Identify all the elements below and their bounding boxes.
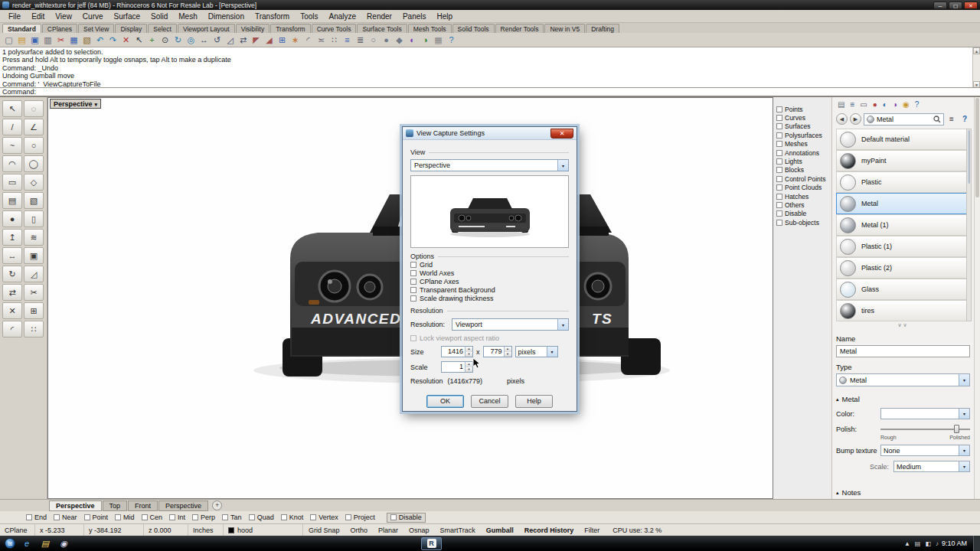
filter-item[interactable]: Lights: [776, 157, 830, 165]
status-toggle[interactable]: Record History: [519, 527, 580, 534]
save-icon[interactable]: ▣: [28, 34, 41, 47]
filter-item[interactable]: Others: [776, 201, 830, 209]
osnap-toggle[interactable]: Cen: [142, 514, 163, 521]
toolbar-tab[interactable]: Curve Tools: [312, 24, 357, 33]
osnap-toggle[interactable]: Perp: [192, 514, 215, 521]
size-height-spinner[interactable]: 779 ▲▼: [483, 346, 512, 357]
viewport-tab[interactable]: Top: [103, 500, 128, 511]
surface-icon[interactable]: ▤: [2, 192, 22, 209]
bump-scale-dropdown[interactable]: Medium ▾: [893, 461, 970, 472]
filter-checkbox[interactable]: [776, 176, 782, 182]
metal-section-header[interactable]: ▴ Metal: [836, 395, 970, 403]
command-history[interactable]: 1 polysurface added to selection.Press a…: [0, 47, 980, 88]
osnap-checkbox[interactable]: [115, 514, 121, 520]
filter-checkbox[interactable]: [776, 123, 782, 129]
filter-checkbox[interactable]: [776, 106, 782, 112]
rendering-panel-icon[interactable]: ◑: [893, 100, 897, 109]
curve-icon[interactable]: ~: [2, 137, 22, 154]
environment-panel-icon[interactable]: ◐: [883, 100, 887, 109]
menu-item[interactable]: Tools: [295, 11, 323, 21]
filter-checkbox[interactable]: [776, 115, 782, 121]
option-checkbox[interactable]: [410, 262, 416, 268]
filter-checkbox[interactable]: [776, 132, 782, 139]
toolbar-tab[interactable]: Render Tools: [495, 24, 544, 33]
myPaint[interactable]: myPaint: [836, 150, 970, 171]
join-icon[interactable]: ⊞: [276, 34, 289, 47]
status-toggle[interactable]: SmartTrack: [435, 527, 481, 534]
size-width-value[interactable]: 1416: [442, 347, 465, 357]
size-units-dropdown[interactable]: pixels ▾: [515, 346, 558, 357]
layers-icon[interactable]: ≡: [341, 34, 354, 47]
size-width-spinner[interactable]: 1416 ▲▼: [441, 346, 473, 357]
menu-item[interactable]: Render: [361, 11, 397, 21]
show-hidden-icons-icon[interactable]: ▲: [904, 540, 910, 547]
hide-icon[interactable]: ○: [367, 34, 380, 47]
filter-checkbox[interactable]: [776, 184, 782, 191]
filter-checkbox[interactable]: [776, 158, 782, 165]
rectangle-icon[interactable]: ▭: [2, 174, 22, 191]
osnap-checkbox[interactable]: [54, 514, 60, 520]
option-checkbox[interactable]: [410, 279, 416, 285]
show-desktop-button[interactable]: [973, 536, 980, 551]
slider-thumb[interactable]: [954, 425, 959, 433]
status-toggle[interactable]: Filter: [579, 527, 605, 534]
loft-icon[interactable]: ≋: [24, 229, 44, 246]
wmp-icon[interactable]: ◉: [54, 537, 73, 550]
polish-slider[interactable]: [880, 424, 970, 434]
filter-item[interactable]: Annotations: [776, 148, 830, 157]
filter-item[interactable]: Meshes: [776, 140, 830, 148]
zoom-extents-icon[interactable]: ◎: [185, 34, 198, 47]
menu-icon[interactable]: ≡: [946, 115, 957, 123]
move-icon[interactable]: ↔: [198, 34, 211, 47]
minimize-button[interactable]: ─: [933, 2, 947, 9]
array-icon[interactable]: ∷: [328, 34, 341, 47]
toolbar-tab[interactable]: Select: [148, 24, 177, 33]
filter-item[interactable]: Hatches: [776, 192, 830, 201]
properties-icon[interactable]: ≣: [354, 34, 367, 47]
taskbar-clock[interactable]: 9:10 AM: [939, 540, 973, 547]
display-panel-icon[interactable]: ▭: [860, 100, 867, 109]
osnap-checkbox[interactable]: [84, 514, 90, 520]
move-icon[interactable]: ↔: [2, 247, 22, 264]
filter-item[interactable]: Disable: [776, 210, 830, 218]
join-icon[interactable]: ⊞: [24, 302, 44, 319]
render-icon[interactable]: ◐: [406, 34, 419, 47]
osnap-checkbox[interactable]: [142, 514, 148, 520]
Metal (1)[interactable]: Metal (1): [836, 214, 970, 236]
menu-item[interactable]: Panels: [397, 11, 432, 21]
toolbar-tab[interactable]: Surface Tools: [357, 24, 407, 33]
forward-icon[interactable]: ▶: [850, 113, 861, 125]
split-icon[interactable]: ✕: [2, 302, 22, 319]
chevron-down-icon[interactable]: ▾: [959, 409, 969, 419]
ie-icon[interactable]: e: [18, 537, 36, 550]
option-checkbox[interactable]: [410, 270, 416, 276]
panel-splitter-handle[interactable]: ∨∨: [836, 321, 970, 329]
notes-section-header[interactable]: ▴ Notes: [836, 488, 861, 497]
box-icon[interactable]: ▧: [24, 192, 44, 209]
status-toggle[interactable]: Ortho: [345, 527, 374, 534]
selection-filter-icon[interactable]: ◌: [24, 100, 44, 117]
color-picker[interactable]: ▾: [880, 408, 970, 419]
menu-item[interactable]: File: [3, 11, 26, 21]
filter-item[interactable]: Point Clouds: [776, 184, 830, 192]
option-checkbox[interactable]: [410, 287, 416, 293]
help-button[interactable]: Help: [515, 395, 553, 408]
toolbar-tab[interactable]: CPlanes: [42, 24, 77, 33]
osnap-checkbox[interactable]: [192, 514, 198, 520]
size-height-value[interactable]: 779: [484, 347, 504, 357]
help-icon[interactable]: ?: [445, 34, 458, 47]
new-viewport-button[interactable]: +: [212, 500, 222, 510]
command-input[interactable]: [39, 88, 980, 96]
osnap-checkbox[interactable]: [281, 514, 287, 520]
osnap-checkbox[interactable]: [169, 514, 175, 520]
filter-checkbox[interactable]: [776, 141, 782, 147]
explorer-icon[interactable]: ▤: [36, 537, 54, 550]
filter-item[interactable]: Polysurfaces: [776, 131, 830, 139]
status-toggle[interactable]: Osnap: [403, 527, 435, 534]
Plastic (2)[interactable]: Plastic (2): [836, 257, 970, 279]
cancel-button[interactable]: Cancel: [471, 395, 508, 408]
osnap-toggle[interactable]: Project: [345, 514, 375, 521]
menu-item[interactable]: Solid: [145, 11, 173, 21]
option-checkbox-row[interactable]: Grid: [410, 261, 569, 269]
spin-down-icon[interactable]: ▼: [505, 352, 511, 357]
